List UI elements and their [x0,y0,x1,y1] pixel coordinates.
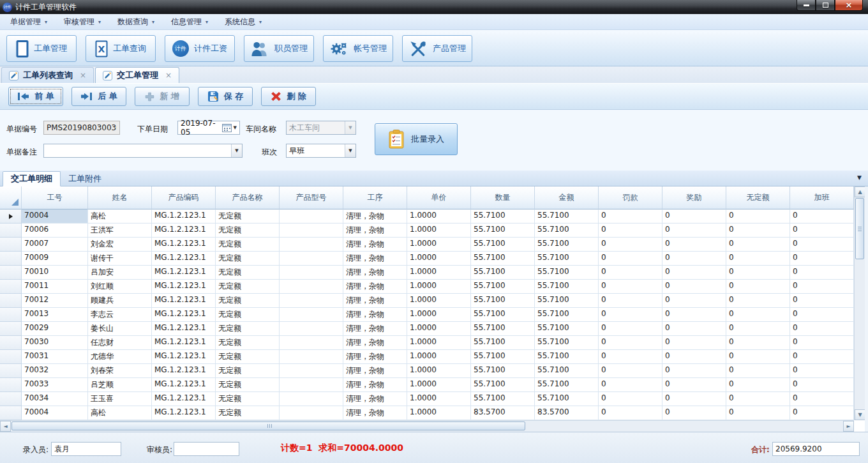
row-selector[interactable] [0,266,22,280]
horizontal-scrollbar[interactable]: ◄ ► [0,420,854,432]
cell-name[interactable]: 吕芝顺 [88,378,152,392]
column-header-process[interactable]: 工序 [343,186,407,209]
cell-process[interactable]: 清理，杂物 [343,322,407,336]
detail-tabs-overflow-button[interactable]: ▼ [857,174,862,181]
cell-product-model[interactable] [280,308,343,322]
save-button[interactable]: 保 存 [198,87,253,106]
menu-item-information[interactable]: 信息管理▾ [165,15,214,29]
column-header-penalty[interactable]: 罚款 [599,186,662,209]
cell-product-code[interactable]: MG.1.2.123.1 [152,280,216,294]
cell-amount[interactable]: 55.7100 [535,224,599,238]
cell-product-name[interactable]: 无定额 [216,266,280,280]
cell-name[interactable]: 吕加安 [88,266,152,280]
cell-penalty[interactable]: 0 [599,336,662,350]
cell-product-name[interactable]: 无定额 [216,294,280,308]
row-selector[interactable] [0,280,22,294]
cell-quantity[interactable]: 55.7100 [471,294,535,308]
row-selector[interactable] [0,294,22,308]
cell-penalty[interactable]: 0 [599,350,662,364]
column-header-product-model[interactable]: 产品型号 [280,186,343,209]
cell-name[interactable]: 刘金宏 [88,238,152,252]
cell-no-quota[interactable]: 0 [726,364,790,378]
cell-name[interactable]: 姜长山 [88,322,152,336]
tab-delivery-order-mgmt[interactable]: 交工单管理× [95,67,179,83]
cell-process[interactable]: 清理，杂物 [343,280,407,294]
tab-order-attachment[interactable]: 工单附件 [61,171,109,186]
column-header-product-name[interactable]: 产品名称 [216,186,280,209]
row-selector[interactable] [0,224,22,238]
cell-process[interactable]: 清理，杂物 [343,406,407,420]
cell-product-code[interactable]: MG.1.2.123.1 [152,406,216,420]
cell-process[interactable]: 清理，杂物 [343,392,407,406]
close-button[interactable] [835,0,863,11]
cell-no-quota[interactable]: 0 [726,322,790,336]
cell-overtime[interactable]: 0 [790,209,854,224]
cell-no-quota[interactable]: 0 [726,209,790,224]
cell-process[interactable]: 清理，杂物 [343,294,407,308]
cell-no-quota[interactable]: 0 [726,224,790,238]
cell-emp-no[interactable]: 70011 [22,280,88,294]
cell-product-code[interactable]: MG.1.2.123.1 [152,238,216,252]
work-order-query-button[interactable]: X工单查询 [86,35,156,62]
cell-unit-price[interactable]: 1.0000 [407,294,471,308]
cell-overtime[interactable]: 0 [790,378,854,392]
cell-penalty[interactable]: 0 [599,224,662,238]
cell-penalty[interactable]: 0 [599,294,662,308]
cell-emp-no[interactable]: 70009 [22,252,88,266]
cell-unit-price[interactable]: 1.0000 [407,252,471,266]
cell-product-name[interactable]: 无定额 [216,322,280,336]
row-selector[interactable] [0,322,22,336]
cell-emp-no[interactable]: 70004 [22,209,88,224]
cell-reward[interactable]: 0 [662,280,726,294]
cell-product-model[interactable] [280,280,343,294]
work-order-mgmt-button[interactable]: 工单管理 [6,35,77,62]
cell-unit-price[interactable]: 1.0000 [407,322,471,336]
cell-emp-no[interactable]: 70007 [22,238,88,252]
cell-product-code[interactable]: MG.1.2.123.1 [152,378,216,392]
cell-penalty[interactable]: 0 [599,280,662,294]
cell-overtime[interactable]: 0 [790,322,854,336]
select-all-header[interactable] [0,186,22,209]
cell-overtime[interactable]: 0 [790,266,854,280]
cell-overtime[interactable]: 0 [790,350,854,364]
piecework-wage-button[interactable]: 计件计件工资 [165,35,235,62]
minimize-button[interactable] [797,0,816,11]
cell-amount[interactable]: 55.7100 [535,252,599,266]
cell-product-name[interactable]: 无定额 [216,252,280,266]
total-field[interactable] [772,442,860,456]
menu-item-audit[interactable]: 审核管理▾ [57,15,107,29]
row-selector[interactable] [0,406,22,420]
column-header-quantity[interactable]: 数量 [471,186,535,209]
cell-product-model[interactable] [280,364,343,378]
cell-process[interactable]: 清理，杂物 [343,252,407,266]
cell-penalty[interactable]: 0 [599,406,662,420]
cell-unit-price[interactable]: 1.0000 [407,308,471,322]
cell-penalty[interactable]: 0 [599,392,662,406]
order-no-field[interactable] [43,121,120,135]
cell-product-name[interactable]: 无定额 [216,308,280,322]
cell-emp-no[interactable]: 70006 [22,224,88,238]
cell-product-model[interactable] [280,294,343,308]
column-header-overtime[interactable]: 加班 [790,186,854,209]
cell-unit-price[interactable]: 1.0000 [407,280,471,294]
cell-quantity[interactable]: 55.7100 [471,378,535,392]
cell-unit-price[interactable]: 1.0000 [407,266,471,280]
cell-product-code[interactable]: MG.1.2.123.1 [152,294,216,308]
cell-emp-no[interactable]: 70010 [22,266,88,280]
column-header-reward[interactable]: 奖励 [662,186,726,209]
cell-product-name[interactable]: 无定额 [216,406,280,420]
cell-product-name[interactable]: 无定额 [216,350,280,364]
cell-overtime[interactable]: 0 [790,364,854,378]
cell-name[interactable]: 尤德华 [88,350,152,364]
cell-overtime[interactable]: 0 [790,252,854,266]
cell-process[interactable]: 清理，杂物 [343,224,407,238]
close-tab-icon[interactable]: × [163,71,172,80]
cell-amount[interactable]: 55.7100 [535,238,599,252]
column-header-product-code[interactable]: 产品编码 [152,186,216,209]
row-selector[interactable] [0,336,22,350]
cell-quantity[interactable]: 55.7100 [471,322,535,336]
cell-overtime[interactable]: 0 [790,280,854,294]
cell-name[interactable]: 顾建兵 [88,294,152,308]
cell-emp-no[interactable]: 70012 [22,294,88,308]
cell-product-model[interactable] [280,224,343,238]
